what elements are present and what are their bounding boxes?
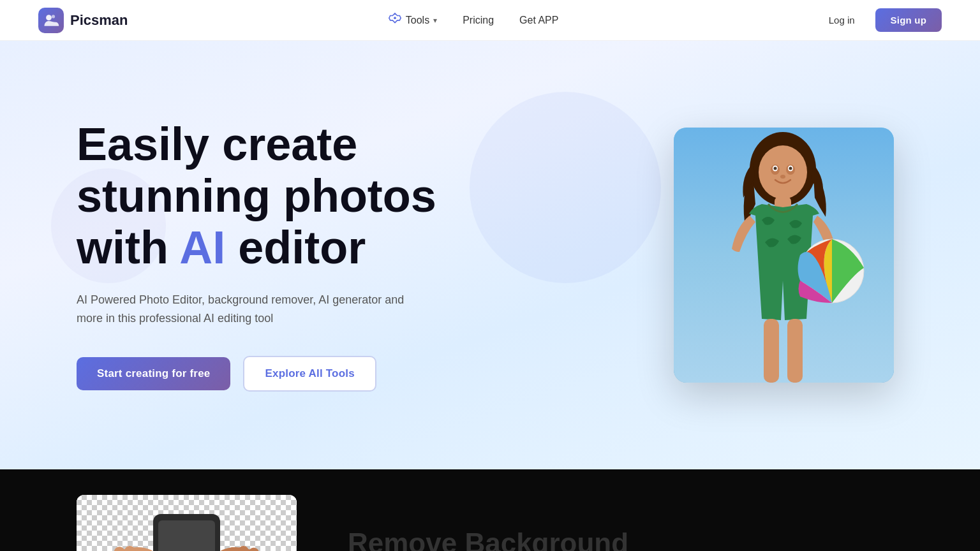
hero-title-ai: AI [179, 222, 225, 273]
logo-text: Picsman [70, 12, 128, 29]
svg-point-0 [46, 15, 52, 20]
hero-subtitle: AI Powered Photo Editor, background remo… [77, 291, 408, 328]
nav-tools[interactable]: Tools ▾ [388, 12, 437, 29]
login-button[interactable]: Log in [819, 10, 865, 31]
remove-bg-text-area: Remove Background [348, 527, 628, 551]
svg-rect-14 [764, 319, 779, 383]
hero-image-area [674, 128, 903, 383]
hero-buttons: Start creating for free Explore All Tool… [77, 356, 523, 392]
svg-point-2 [394, 17, 396, 19]
tools-icon [388, 12, 402, 29]
svg-point-10 [789, 167, 792, 170]
navbar: Picsman Tools ▾ Pricing Get APP Log in S… [0, 0, 980, 41]
svg-point-9 [773, 167, 776, 170]
bottom-section: Remove Background [0, 469, 980, 551]
get-app-label: Get APP [519, 15, 558, 26]
pricing-label: Pricing [463, 15, 494, 26]
start-creating-button[interactable]: Start creating for free [77, 357, 230, 390]
svg-point-4 [759, 145, 807, 199]
svg-rect-15 [787, 319, 803, 383]
nav-center: Tools ▾ Pricing Get APP [388, 12, 559, 29]
tools-label: Tools [406, 15, 429, 26]
remove-bg-preview [77, 495, 297, 551]
logo-icon [38, 8, 64, 33]
hero-title-part2: editor [225, 222, 366, 273]
nav-pricing[interactable]: Pricing [463, 15, 494, 26]
svg-rect-27 [158, 520, 215, 551]
logo[interactable]: Picsman [38, 8, 128, 33]
nav-right: Log in Sign up [819, 8, 942, 32]
hero-woman-image [688, 128, 880, 383]
signup-button[interactable]: Sign up [875, 8, 942, 32]
hands-image [77, 495, 297, 551]
chevron-down-icon: ▾ [433, 16, 437, 25]
hero-title: Easily createstunning photoswith AI edit… [77, 119, 523, 273]
hero-photo-frame [674, 128, 894, 383]
nav-get-app[interactable]: Get APP [519, 15, 558, 26]
svg-point-1 [52, 15, 55, 18]
hero-content: Easily createstunning photoswith AI edit… [77, 119, 523, 391]
remove-bg-title: Remove Background [348, 527, 628, 551]
explore-tools-button[interactable]: Explore All Tools [243, 356, 376, 392]
svg-rect-19 [124, 546, 135, 551]
svg-rect-24 [238, 546, 249, 551]
hero-section: Easily createstunning photoswith AI edit… [0, 41, 980, 469]
svg-point-11 [780, 175, 785, 179]
